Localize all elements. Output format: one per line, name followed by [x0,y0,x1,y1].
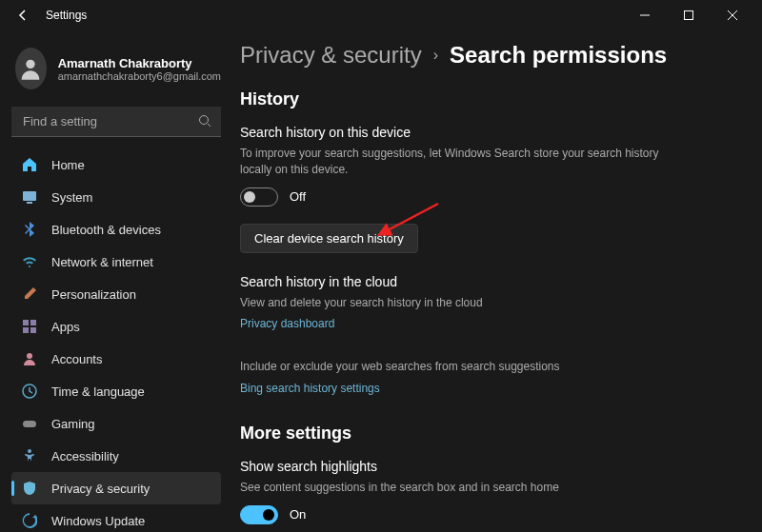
sidebar-item-bluetooth[interactable]: Bluetooth & devices [11,213,221,246]
clear-history-button[interactable]: Clear device search history [240,224,418,253]
home-icon [21,156,38,173]
breadcrumb-parent[interactable]: Privacy & security [240,42,422,69]
highlights-toggle[interactable] [240,505,278,524]
device-history-desc: To improve your search suggestions, let … [240,146,678,178]
close-button[interactable] [711,0,754,30]
avatar [15,48,47,89]
profile-name: Amarnath Chakraborty [58,56,221,70]
sidebar-item-label: Home [51,158,85,172]
svg-point-13 [27,353,32,359]
sidebar-item-label: Gaming [51,417,95,431]
device-history-state: Off [290,189,306,204]
search-input[interactable] [11,107,221,137]
sidebar-item-gaming[interactable]: Gaming [11,407,221,440]
device-history-toggle[interactable] [240,187,278,207]
svg-rect-8 [27,202,32,204]
sidebar-item-label: Windows Update [51,514,145,528]
gaming-icon [21,415,38,432]
svg-rect-1 [685,11,693,20]
sidebar-item-system[interactable]: System [11,181,221,213]
privacy-icon [21,480,38,497]
sidebar-item-label: Time & language [51,384,145,399]
include-exclude-desc: Include or exclude your web searches fro… [240,359,678,375]
sidebar-item-update[interactable]: Windows Update [11,504,221,532]
sidebar-item-privacy[interactable]: Privacy & security [11,472,221,504]
sidebar-item-apps[interactable]: Apps [11,310,221,343]
breadcrumb: Privacy & security › Search permissions [240,42,739,69]
sidebar-item-label: Accessibility [51,449,119,463]
svg-rect-9 [23,320,29,325]
svg-rect-11 [23,327,29,333]
sidebar-item-label: Apps [51,320,80,334]
time-icon [21,383,38,400]
svg-rect-10 [30,320,36,325]
sidebar-item-home[interactable]: Home [11,148,221,181]
network-icon [21,253,38,270]
sidebar-item-time[interactable]: Time & language [11,375,221,407]
sidebar-item-label: Network & internet [51,255,153,269]
svg-rect-15 [23,421,36,427]
bing-history-link[interactable]: Bing search history settings [240,382,380,395]
svg-line-6 [208,124,211,127]
sidebar-item-personalization[interactable]: Personalization [11,278,221,310]
sidebar-item-label: Accounts [51,352,102,366]
svg-rect-12 [30,327,36,333]
accounts-icon [21,350,38,367]
update-icon [21,512,38,529]
sidebar-item-network[interactable]: Network & internet [11,246,221,278]
sidebar-item-label: Bluetooth & devices [51,223,161,237]
sidebar-item-accounts[interactable]: Accounts [11,343,221,375]
cloud-history-desc: View and delete your search history in t… [240,295,678,311]
highlights-desc: See content suggestions in the search bo… [240,480,678,496]
apps-icon [21,318,38,335]
chevron-right-icon: › [433,47,438,64]
profile[interactable]: Amarnath Chakraborty amarnathchakraborty… [11,38,229,107]
history-heading: History [240,89,739,109]
system-icon [21,188,38,206]
privacy-dashboard-link[interactable]: Privacy dashboard [240,317,334,330]
search-icon [198,114,211,131]
window-title: Settings [46,9,87,22]
accessibility-icon [21,447,38,464]
sidebar-item-label: Privacy & security [51,482,150,496]
personalization-icon [21,286,38,303]
sidebar-item-accessibility[interactable]: Accessibility [11,440,221,472]
device-history-subheading: Search history on this device [240,125,739,140]
svg-rect-7 [23,191,36,201]
highlights-state: On [290,507,306,522]
breadcrumb-current: Search permissions [450,42,667,69]
profile-email: amarnathchakraborty6@gmail.com [58,70,221,82]
more-settings-heading: More settings [240,424,739,443]
back-button[interactable] [8,0,38,30]
sidebar-item-label: Personalization [51,287,136,302]
search-box [11,107,221,137]
maximize-button[interactable] [667,0,711,30]
cloud-history-subheading: Search history in the cloud [240,274,739,289]
svg-point-16 [28,449,31,453]
minimize-button[interactable] [623,0,667,30]
sidebar-item-label: System [51,190,92,205]
highlights-subheading: Show search highlights [240,459,739,474]
bluetooth-icon [21,221,38,238]
svg-point-5 [200,116,209,125]
svg-point-4 [27,60,35,69]
